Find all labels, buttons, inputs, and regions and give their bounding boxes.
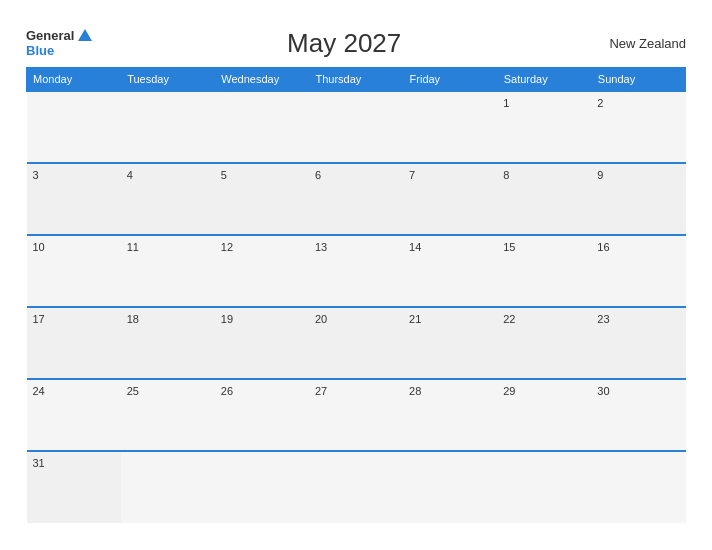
table-row: 17 xyxy=(27,307,121,379)
calendar-header-row: Monday Tuesday Wednesday Thursday Friday… xyxy=(27,67,686,91)
col-saturday: Saturday xyxy=(497,67,591,91)
table-row: 23 xyxy=(591,307,685,379)
calendar-header: General Blue May 2027 New Zealand xyxy=(26,28,686,59)
country-label: New Zealand xyxy=(596,36,686,51)
day-number: 18 xyxy=(127,313,209,325)
day-number: 20 xyxy=(315,313,397,325)
day-number: 16 xyxy=(597,241,679,253)
logo: General Blue xyxy=(26,28,92,58)
day-number: 23 xyxy=(597,313,679,325)
table-row xyxy=(215,91,309,163)
day-number: 21 xyxy=(409,313,491,325)
table-row xyxy=(309,91,403,163)
table-row xyxy=(121,91,215,163)
day-number: 12 xyxy=(221,241,303,253)
day-number: 7 xyxy=(409,169,491,181)
day-number: 30 xyxy=(597,385,679,397)
day-number: 28 xyxy=(409,385,491,397)
table-row: 27 xyxy=(309,379,403,451)
col-sunday: Sunday xyxy=(591,67,685,91)
logo-triangle-icon xyxy=(78,29,92,41)
table-row: 11 xyxy=(121,235,215,307)
table-row: 8 xyxy=(497,163,591,235)
table-row: 30 xyxy=(591,379,685,451)
table-row: 6 xyxy=(309,163,403,235)
col-monday: Monday xyxy=(27,67,121,91)
table-row: 22 xyxy=(497,307,591,379)
day-number: 10 xyxy=(33,241,115,253)
day-number: 31 xyxy=(33,457,115,469)
table-row: 13 xyxy=(309,235,403,307)
table-row xyxy=(591,451,685,523)
table-row: 25 xyxy=(121,379,215,451)
table-row: 5 xyxy=(215,163,309,235)
calendar-table: Monday Tuesday Wednesday Thursday Friday… xyxy=(26,67,686,523)
table-row: 29 xyxy=(497,379,591,451)
day-number: 6 xyxy=(315,169,397,181)
day-number: 5 xyxy=(221,169,303,181)
day-number: 22 xyxy=(503,313,585,325)
day-number: 14 xyxy=(409,241,491,253)
table-row: 15 xyxy=(497,235,591,307)
table-row xyxy=(403,451,497,523)
month-title: May 2027 xyxy=(92,28,596,59)
table-row xyxy=(403,91,497,163)
table-row: 31 xyxy=(27,451,121,523)
table-row xyxy=(27,91,121,163)
table-row: 7 xyxy=(403,163,497,235)
table-row xyxy=(215,451,309,523)
day-number: 13 xyxy=(315,241,397,253)
table-row: 16 xyxy=(591,235,685,307)
day-number: 9 xyxy=(597,169,679,181)
table-row xyxy=(121,451,215,523)
table-row: 14 xyxy=(403,235,497,307)
day-number: 29 xyxy=(503,385,585,397)
table-row: 3 xyxy=(27,163,121,235)
calendar-body: 1234567891011121314151617181920212223242… xyxy=(27,91,686,523)
day-number: 11 xyxy=(127,241,209,253)
day-number: 25 xyxy=(127,385,209,397)
table-row: 20 xyxy=(309,307,403,379)
table-row: 9 xyxy=(591,163,685,235)
table-row: 18 xyxy=(121,307,215,379)
day-number: 19 xyxy=(221,313,303,325)
table-row: 19 xyxy=(215,307,309,379)
logo-blue-text: Blue xyxy=(26,43,54,58)
col-friday: Friday xyxy=(403,67,497,91)
col-tuesday: Tuesday xyxy=(121,67,215,91)
day-number: 27 xyxy=(315,385,397,397)
table-row: 12 xyxy=(215,235,309,307)
table-row: 21 xyxy=(403,307,497,379)
day-number: 4 xyxy=(127,169,209,181)
table-row: 24 xyxy=(27,379,121,451)
table-row: 26 xyxy=(215,379,309,451)
logo-general-text: General xyxy=(26,28,74,43)
table-row: 2 xyxy=(591,91,685,163)
day-number: 24 xyxy=(33,385,115,397)
table-row: 4 xyxy=(121,163,215,235)
day-number: 17 xyxy=(33,313,115,325)
table-row xyxy=(497,451,591,523)
col-wednesday: Wednesday xyxy=(215,67,309,91)
day-number: 26 xyxy=(221,385,303,397)
table-row: 28 xyxy=(403,379,497,451)
day-number: 3 xyxy=(33,169,115,181)
table-row: 1 xyxy=(497,91,591,163)
day-number: 15 xyxy=(503,241,585,253)
day-number: 2 xyxy=(597,97,679,109)
day-number: 8 xyxy=(503,169,585,181)
day-number: 1 xyxy=(503,97,585,109)
col-thursday: Thursday xyxy=(309,67,403,91)
table-row: 10 xyxy=(27,235,121,307)
table-row xyxy=(309,451,403,523)
calendar-page: General Blue May 2027 New Zealand Monday… xyxy=(11,18,701,533)
